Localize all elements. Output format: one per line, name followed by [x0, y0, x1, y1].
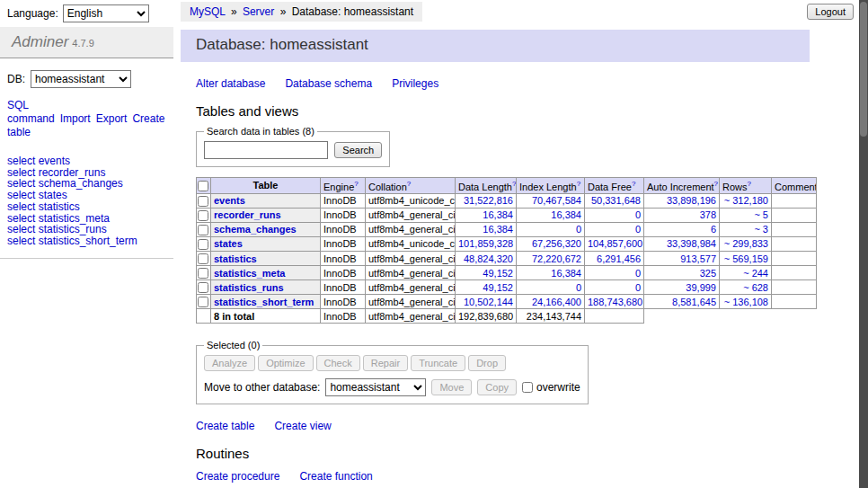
- move-db-select[interactable]: homeassistant: [325, 378, 426, 396]
- index-length-link[interactable]: 16,384: [551, 209, 581, 220]
- breadcrumb: MySQL » Server » Database: homeassistant: [181, 2, 422, 22]
- sidebar-table-link[interactable]: select statistics_short_term: [7, 235, 166, 247]
- rows-link[interactable]: ~ 5: [754, 209, 768, 220]
- bulk-action-button[interactable]: Repair: [363, 355, 408, 371]
- data-length-link[interactable]: 49,152: [483, 282, 513, 293]
- index-length-link[interactable]: 67,256,320: [532, 238, 581, 249]
- row-checkbox[interactable]: [198, 239, 208, 250]
- overwrite-checkbox[interactable]: [522, 382, 533, 393]
- db-action-link[interactable]: Alter database: [196, 77, 265, 90]
- data-length-link[interactable]: 10,502,144: [464, 297, 513, 307]
- create-link[interactable]: Create table: [196, 420, 254, 432]
- rows-link[interactable]: ~ 628: [743, 282, 768, 293]
- data-free-link[interactable]: 104,857,600: [588, 238, 642, 249]
- logout-button[interactable]: Logout: [807, 4, 854, 20]
- help-icon[interactable]: ?: [714, 180, 718, 188]
- data-free-link[interactable]: 0: [635, 224, 641, 235]
- search-button[interactable]: Search: [334, 142, 382, 158]
- data-free-link[interactable]: 0: [635, 268, 641, 279]
- table-name-link[interactable]: schema_changes: [214, 224, 297, 235]
- search-input[interactable]: [204, 141, 328, 159]
- auto-increment-link[interactable]: 8,581,645: [672, 297, 716, 307]
- row-checkbox[interactable]: [198, 268, 208, 279]
- table-name-link[interactable]: events: [214, 195, 245, 206]
- rows-link[interactable]: ~ 3: [754, 224, 768, 235]
- row-checkbox[interactable]: [198, 282, 208, 293]
- row-checkbox[interactable]: [198, 196, 208, 207]
- sidebar-table-link[interactable]: select states: [7, 190, 166, 201]
- help-icon[interactable]: ?: [748, 180, 751, 188]
- breadcrumb-link-mysql[interactable]: MySQL: [190, 5, 226, 18]
- sidebar-action-link[interactable]: Import: [60, 112, 91, 125]
- select-all-checkbox[interactable]: [198, 181, 208, 191]
- data-length-link[interactable]: 49,152: [483, 268, 513, 279]
- index-length-link[interactable]: 0: [576, 224, 581, 235]
- rows-link[interactable]: ~ 312,180: [724, 195, 768, 206]
- data-length-link[interactable]: 101,859,328: [458, 238, 513, 249]
- bulk-action-button[interactable]: Check: [316, 355, 360, 371]
- data-length-link[interactable]: 31,522,816: [464, 195, 513, 206]
- bulk-action-button[interactable]: Optimize: [258, 355, 313, 371]
- copy-button[interactable]: Copy: [477, 379, 517, 395]
- routine-create-link[interactable]: Create procedure: [196, 470, 279, 483]
- scrollbar[interactable]: [859, 0, 868, 488]
- sidebar-action-link[interactable]: Export: [96, 112, 128, 125]
- data-free-link[interactable]: 0: [635, 209, 641, 220]
- data-length-link[interactable]: 48,824,320: [464, 253, 513, 264]
- help-icon[interactable]: ?: [407, 180, 411, 188]
- auto-increment-link[interactable]: 325: [700, 268, 716, 279]
- rows-link[interactable]: ~ 244: [743, 268, 768, 279]
- table-name-link[interactable]: statistics_short_term: [214, 297, 314, 307]
- auto-increment-link[interactable]: 39,999: [686, 282, 716, 293]
- overwrite-control[interactable]: overwrite: [522, 381, 580, 394]
- data-length-link[interactable]: 16,384: [483, 209, 513, 220]
- table-name-link[interactable]: statistics_runs: [214, 282, 284, 293]
- table-name-link[interactable]: statistics_meta: [214, 268, 286, 279]
- breadcrumb-link-server[interactable]: Server: [243, 5, 274, 18]
- data-length-link[interactable]: 16,384: [483, 224, 513, 235]
- sidebar-table-link[interactable]: select statistics: [7, 201, 166, 213]
- row-checkbox[interactable]: [198, 210, 208, 221]
- help-icon[interactable]: ?: [354, 180, 358, 188]
- rows-link[interactable]: ~ 136,108: [724, 297, 768, 307]
- sidebar-action-link[interactable]: SQL command: [7, 99, 55, 125]
- table-name-link[interactable]: statistics: [214, 253, 257, 264]
- row-checkbox[interactable]: [198, 297, 208, 307]
- data-free-link[interactable]: 6,291,456: [597, 253, 641, 264]
- index-length-link[interactable]: 16,384: [551, 268, 581, 279]
- index-length-link[interactable]: 24,166,400: [532, 297, 581, 307]
- data-free-link[interactable]: 188,743,680: [588, 297, 642, 307]
- auto-increment-link[interactable]: 913,577: [680, 253, 716, 264]
- data-free-link[interactable]: 50,331,648: [591, 195, 641, 206]
- move-button[interactable]: Move: [431, 379, 472, 395]
- help-icon[interactable]: ?: [577, 180, 580, 188]
- db-select[interactable]: homeassistant: [31, 70, 131, 88]
- index-length-link[interactable]: 70,467,584: [532, 195, 581, 206]
- auto-increment-link[interactable]: 378: [700, 209, 716, 220]
- create-link[interactable]: Create view: [274, 420, 331, 432]
- auto-increment-link[interactable]: 6: [711, 224, 716, 235]
- data-free-link[interactable]: 0: [635, 282, 641, 293]
- routine-create-link[interactable]: Create function: [299, 470, 372, 483]
- row-checkbox[interactable]: [198, 253, 208, 264]
- db-action-link[interactable]: Privileges: [392, 77, 438, 90]
- sidebar-table-link[interactable]: select events: [7, 155, 166, 167]
- help-icon[interactable]: ?: [632, 180, 635, 188]
- bulk-action-button[interactable]: Truncate: [411, 355, 465, 371]
- scrollbar-thumb[interactable]: [860, 2, 867, 137]
- index-length-link[interactable]: 72,220,672: [532, 253, 581, 264]
- adminer-logo-link[interactable]: Adminer: [12, 33, 68, 50]
- auto-increment-link[interactable]: 33,898,196: [667, 195, 716, 206]
- language-select[interactable]: English: [63, 4, 149, 22]
- row-checkbox[interactable]: [198, 225, 208, 235]
- rows-link[interactable]: ~ 569,159: [724, 253, 768, 264]
- help-icon[interactable]: ?: [512, 180, 516, 188]
- table-name-link[interactable]: states: [214, 238, 243, 249]
- bulk-action-button[interactable]: Analyze: [204, 355, 255, 371]
- table-name-link[interactable]: recorder_runs: [214, 209, 281, 220]
- db-action-link[interactable]: Database schema: [285, 77, 372, 90]
- index-length-link[interactable]: 0: [576, 282, 581, 293]
- auto-increment-link[interactable]: 33,398,984: [667, 238, 716, 249]
- bulk-action-button[interactable]: Drop: [468, 355, 506, 371]
- rows-link[interactable]: ~ 299,833: [724, 238, 768, 249]
